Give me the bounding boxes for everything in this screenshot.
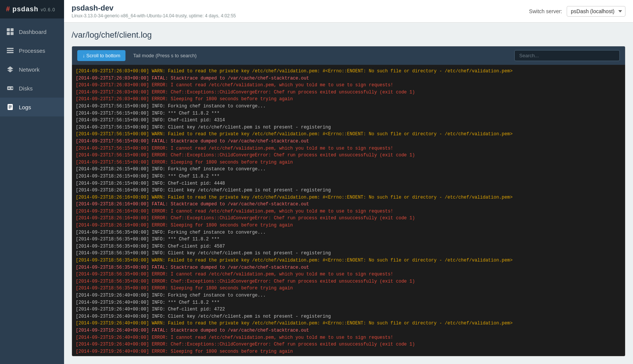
- dashboard-icon: [6, 28, 14, 36]
- log-line: [2014-09-23T17:56:15+00:00] INFO: Chef-c…: [76, 117, 621, 124]
- log-line: [2014-09-23T18:26:15+00:00] INFO: Forkin…: [76, 166, 621, 173]
- sidebar-item-label: Logs: [19, 104, 31, 110]
- main-area: psdash-dev Linux-3.13.0-34-generic-x86_6…: [64, 0, 633, 364]
- log-line: [2014-09-23T17:56:15+00:00] ERROR: Sleep…: [76, 159, 621, 166]
- topbar: psdash-dev Linux-3.13.0-34-generic-x86_6…: [64, 0, 633, 23]
- log-line: [2014-09-23T18:26:16+00:00] ERROR: I can…: [76, 208, 621, 215]
- log-line: [2014-09-23T17:56:15+00:00] INFO: *** Ch…: [76, 110, 621, 117]
- switch-server-label: Switch server:: [529, 8, 562, 14]
- log-line: [2014-09-23T18:56:35+00:00] INFO: Forkin…: [76, 229, 621, 236]
- log-line: [2014-09-23T17:56:15+00:00] ERROR: Chef:…: [76, 152, 621, 159]
- app-logo: # psdash v0.6.0: [0, 0, 64, 18]
- svg-rect-13: [9, 108, 11, 109]
- log-line: [2014-09-23T17:56:15+00:00] INFO: Client…: [76, 124, 621, 131]
- log-line: [2014-09-23T18:26:16+00:00] INFO: Client…: [76, 187, 621, 194]
- log-line: [2014-09-23T17:26:03+00:00] WARN: Failed…: [76, 68, 621, 75]
- svg-rect-0: [7, 28, 10, 31]
- log-line: [2014-09-23T19:26:40+00:00] INFO: Client…: [76, 313, 621, 320]
- log-line: [2014-09-23T17:56:15+00:00] INFO: Forkin…: [76, 103, 621, 110]
- sidebar-item-dashboard[interactable]: Dashboard: [0, 22, 64, 41]
- server-switcher: Switch server: psDash (localhost): [529, 6, 625, 17]
- server-info: psdash-dev Linux-3.13.0-34-generic-x86_6…: [72, 4, 236, 18]
- log-line: [2014-09-23T18:56:35+00:00] INFO: Client…: [76, 250, 621, 257]
- app-name: psdash: [12, 5, 38, 13]
- log-line: [2014-09-23T19:26:40+00:00] INFO: Forkin…: [76, 292, 621, 299]
- log-line: [2014-09-23T19:26:40+00:00] INFO: *** Ch…: [76, 299, 621, 306]
- log-line: [2014-09-23T18:26:16+00:00] ERROR: Chef:…: [76, 215, 621, 222]
- svg-rect-6: [7, 52, 14, 53]
- log-line: [2014-09-23T18:56:35+00:00] ERROR: Sleep…: [76, 285, 621, 292]
- sidebar-item-label: Dashboard: [19, 29, 46, 35]
- log-line: [2014-09-23T18:56:35+00:00] WARN: Failed…: [76, 257, 621, 264]
- log-line: [2014-09-23T19:26:40+00:00] ERROR: Sleep…: [76, 348, 621, 355]
- log-line: [2014-09-23T17:26:03+00:00] ERROR: Sleep…: [76, 96, 621, 103]
- log-line: [2014-09-23T18:56:35+00:00] FATAL: Stack…: [76, 264, 621, 271]
- svg-rect-4: [7, 48, 14, 49]
- log-line: [2014-09-23T19:26:40+00:00] WARN: Failed…: [76, 320, 621, 327]
- sidebar-item-disks[interactable]: Disks: [0, 79, 64, 98]
- disks-icon: [6, 84, 14, 92]
- tail-mode-text: Tail mode (Press s to search): [133, 53, 507, 58]
- scroll-to-bottom-button[interactable]: ↓ Scroll to bottom: [77, 50, 125, 61]
- sidebar-nav: Dashboard Processes Network: [0, 18, 64, 364]
- log-toolbar: ↓ Scroll to bottom Tail mode (Press s to…: [72, 46, 625, 65]
- log-content[interactable]: [2014-09-23T17:26:03+00:00] WARN: Failed…: [72, 65, 625, 356]
- svg-rect-1: [11, 28, 14, 31]
- sidebar-item-label: Processes: [19, 47, 45, 54]
- log-line: [2014-09-23T18:26:16+00:00] FATAL: Stack…: [76, 201, 621, 208]
- log-line: [2014-09-23T18:56:35+00:00] ERROR: Chef:…: [76, 278, 621, 285]
- server-sysinfo: Linux-3.13.0-34-generic-x86_64-with-Ubun…: [72, 13, 236, 18]
- log-search-input[interactable]: [514, 50, 620, 61]
- log-line: [2014-09-23T18:56:35+00:00] INFO: Chef-c…: [76, 243, 621, 250]
- sidebar-item-label: Disks: [19, 85, 33, 92]
- log-line: [2014-09-23T17:26:03+00:00] ERROR: I can…: [76, 82, 621, 89]
- log-line: [2014-09-23T18:26:15+00:00] INFO: Chef-c…: [76, 180, 621, 187]
- log-line: [2014-09-23T19:26:40+00:00] ERROR: I can…: [76, 334, 621, 341]
- sidebar-item-processes[interactable]: Processes: [0, 41, 64, 60]
- svg-rect-3: [11, 32, 14, 35]
- hash-symbol: #: [6, 5, 12, 13]
- page-title: /var/log/chef/client.log: [72, 30, 625, 40]
- log-line: [2014-09-23T19:26:40+00:00] FATAL: Stack…: [76, 327, 621, 334]
- network-icon: [6, 65, 14, 73]
- log-line: [2014-09-23T17:56:15+00:00] WARN: Failed…: [76, 131, 621, 138]
- sidebar-item-network[interactable]: Network: [0, 60, 64, 79]
- app-version: v0.6.0: [41, 7, 55, 12]
- log-line: [2014-09-23T17:26:03+00:00] ERROR: Chef:…: [76, 89, 621, 96]
- log-panel: ↓ Scroll to bottom Tail mode (Press s to…: [72, 46, 625, 356]
- log-line: [2014-09-23T18:26:16+00:00] WARN: Failed…: [76, 194, 621, 201]
- svg-rect-5: [7, 50, 14, 51]
- log-line: [2014-09-23T17:56:15+00:00] FATAL: Stack…: [76, 138, 621, 145]
- svg-rect-11: [9, 106, 12, 106]
- log-line: [2014-09-23T18:56:35+00:00] ERROR: I can…: [76, 271, 621, 278]
- svg-point-8: [11, 87, 13, 89]
- logs-icon: [6, 103, 14, 111]
- log-line: [2014-09-23T19:26:40+00:00] ERROR: Chef:…: [76, 341, 621, 348]
- log-line: [2014-09-23T17:26:03+00:00] FATAL: Stack…: [76, 75, 621, 82]
- log-line: [2014-09-23T18:56:35+00:00] INFO: *** Ch…: [76, 236, 621, 243]
- log-line: [2014-09-23T18:26:15+00:00] INFO: *** Ch…: [76, 173, 621, 180]
- sidebar-item-label: Network: [19, 66, 40, 73]
- svg-rect-9: [8, 88, 10, 89]
- server-select-dropdown[interactable]: psDash (localhost): [567, 6, 625, 17]
- sidebar-item-logs[interactable]: Logs: [0, 98, 64, 116]
- sidebar: # psdash v0.6.0 Dashboard: [0, 0, 64, 364]
- log-line: [2014-09-23T18:26:16+00:00] ERROR: Sleep…: [76, 222, 621, 229]
- log-line: [2014-09-23T19:26:40+00:00] INFO: Chef-c…: [76, 306, 621, 313]
- content-area: /var/log/chef/client.log ↓ Scroll to bot…: [64, 23, 633, 364]
- server-hostname: psdash-dev: [72, 4, 236, 12]
- log-line: [2014-09-23T17:56:15+00:00] ERROR: I can…: [76, 145, 621, 152]
- svg-rect-12: [9, 107, 12, 107]
- svg-rect-2: [7, 32, 10, 35]
- processes-icon: [6, 46, 14, 55]
